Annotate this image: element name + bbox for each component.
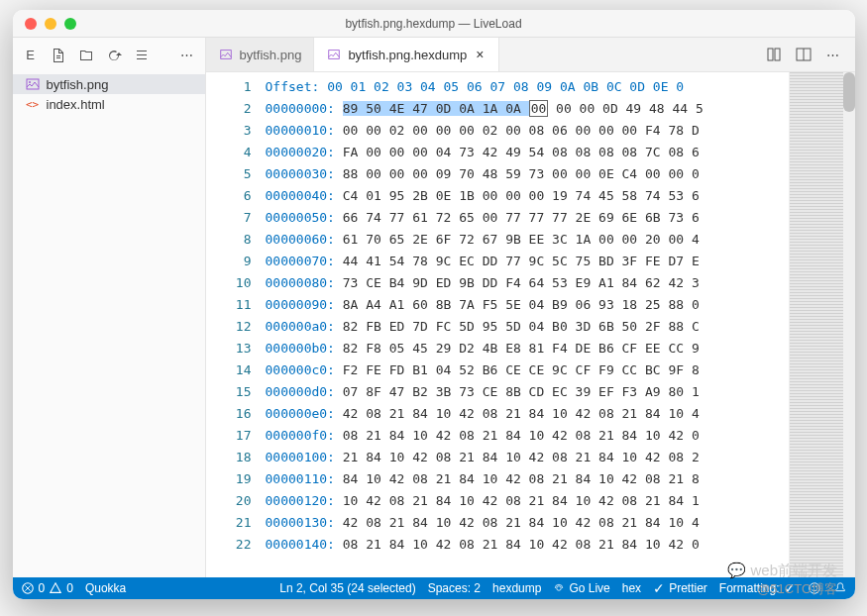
svg-rect-4 (768, 49, 773, 60)
svg-point-13 (812, 586, 813, 587)
new-folder-icon[interactable] (76, 46, 96, 65)
split-icon[interactable] (794, 45, 813, 64)
maximize-icon[interactable] (64, 18, 76, 30)
status-lang[interactable]: hexdump (492, 581, 541, 595)
collapse-icon[interactable] (132, 46, 152, 65)
svg-point-11 (557, 586, 562, 591)
status-bell-icon[interactable] (833, 581, 847, 595)
file-item[interactable]: bytfish.png (13, 74, 205, 94)
hex-row[interactable]: 000000d0: 07 8F 47 B2 3B 73 CE 8B CD EC … (266, 381, 789, 403)
close-icon[interactable] (25, 18, 37, 30)
file-icon (326, 47, 342, 62)
hex-row[interactable]: 00000020: FA 00 00 00 04 73 42 49 54 08 … (266, 142, 789, 163)
status-mode[interactable]: hex (622, 581, 641, 595)
editor-tab[interactable]: bytfish.png (206, 38, 315, 71)
hex-row[interactable]: 00000010: 00 00 02 00 00 00 02 00 08 06 … (266, 120, 789, 142)
traffic-lights (25, 18, 76, 30)
tabs-actions: ⋯ (752, 38, 855, 71)
tab-more-icon[interactable]: ⋯ (823, 45, 843, 64)
main-area: E ⋯ bytfish.png<>index.html (13, 38, 855, 577)
hex-row[interactable]: 00000090: 8A A4 A1 60 8B 7A F5 5E 04 B9 … (266, 294, 789, 316)
hex-row[interactable]: 000000c0: F2 FE FD B1 04 52 B6 CE CE 9C … (266, 359, 789, 381)
hex-row[interactable]: 000000e0: 42 08 21 84 10 42 08 21 84 10 … (266, 403, 789, 425)
hex-row[interactable]: 00000030: 88 00 00 00 09 70 48 59 73 00 … (266, 163, 789, 185)
explorer-sidebar: E ⋯ bytfish.png<>index.html (13, 38, 206, 577)
vertical-scrollbar[interactable] (843, 72, 855, 577)
hex-row[interactable]: 00000120: 10 42 08 21 84 10 42 08 21 84 … (266, 490, 789, 512)
status-problems[interactable]: 0 0 (21, 581, 73, 595)
explorer-label-icon: E (21, 46, 41, 65)
sidebar-toolbar: E ⋯ (13, 38, 205, 72)
hex-row[interactable]: 00000140: 08 21 84 10 42 08 21 84 10 42 … (266, 534, 789, 556)
tabs-bar: bytfish.pngbytfish.png.hexdump× ⋯ (206, 38, 855, 72)
more-icon[interactable]: ⋯ (177, 46, 197, 65)
svg-point-12 (809, 583, 819, 594)
hex-row[interactable]: 00000100: 21 84 10 42 08 21 84 10 42 08 … (266, 447, 789, 468)
file-label: index.html (47, 97, 105, 112)
hex-row[interactable]: 00000080: 73 CE B4 9D ED 9B DD F4 64 53 … (266, 272, 789, 294)
status-formatting[interactable]: Formatting:✓ (719, 580, 796, 596)
refresh-icon[interactable] (104, 46, 124, 65)
hex-row[interactable]: 00000000: 89 50 4E 47 0D 0A 1A 0A 00 00 … (266, 98, 789, 120)
hex-row[interactable]: 00000050: 66 74 77 61 72 65 00 77 77 77 … (266, 207, 789, 229)
svg-rect-5 (775, 49, 780, 60)
file-list: bytfish.png<>index.html (13, 72, 205, 577)
editor-tab[interactable]: bytfish.png.hexdump× (314, 38, 499, 71)
hex-row[interactable]: 00000110: 84 10 42 08 21 84 10 42 08 21 … (266, 468, 789, 490)
hex-editor[interactable]: 12345678910111213141516171819202122 Offs… (206, 72, 855, 577)
status-quokka[interactable]: Quokka (85, 581, 126, 595)
hex-row[interactable]: 00000060: 61 70 65 2E 6F 72 67 9B EE 3C … (266, 229, 789, 251)
status-bar: 0 0 Quokka Ln 2, Col 35 (24 selected) Sp… (13, 577, 855, 599)
line-gutter: 12345678910111213141516171819202122 (206, 72, 266, 577)
hex-row[interactable]: 00000130: 42 08 21 84 10 42 08 21 84 10 … (266, 512, 789, 534)
image-icon (25, 76, 41, 92)
status-spaces[interactable]: Spaces: 2 (428, 581, 481, 595)
hex-row[interactable]: 000000b0: 82 F8 05 45 29 D2 4B E8 81 F4 … (266, 338, 789, 359)
hex-row[interactable]: 000000a0: 82 FB ED 7D FC 5D 95 5D 04 B0 … (266, 316, 789, 338)
svg-point-1 (29, 81, 31, 83)
minimap[interactable] (789, 72, 843, 577)
status-cursor[interactable]: Ln 2, Col 35 (24 selected) (279, 581, 415, 595)
status-feedback-icon[interactable] (808, 581, 821, 595)
file-item[interactable]: <>index.html (13, 94, 205, 114)
window-title: bytfish.png.hexdump — LiveLoad (345, 17, 521, 31)
hex-row[interactable]: 00000040: C4 01 95 2B 0E 1B 00 00 00 19 … (266, 185, 789, 207)
scroll-thumb[interactable] (843, 72, 855, 112)
close-icon[interactable]: × (473, 48, 487, 61)
image-icon (218, 47, 234, 62)
hex-content[interactable]: Offset: 00 01 02 03 04 05 06 07 08 09 0A… (266, 72, 789, 577)
hex-row[interactable]: 00000070: 44 41 54 78 9C EC DD 77 9C 5C … (266, 251, 789, 272)
html-icon: <> (25, 96, 41, 112)
new-file-icon[interactable] (49, 46, 68, 65)
file-label: bytfish.png (47, 77, 109, 92)
titlebar[interactable]: bytfish.png.hexdump — LiveLoad (13, 10, 855, 38)
minimize-icon[interactable] (45, 18, 56, 30)
compare-icon[interactable] (764, 45, 784, 64)
editor-area: bytfish.pngbytfish.png.hexdump× ⋯ 123456… (206, 38, 855, 577)
status-golive[interactable]: Go Live (553, 581, 609, 595)
hex-row[interactable]: 000000f0: 08 21 84 10 42 08 21 84 10 42 … (266, 425, 789, 447)
status-prettier[interactable]: ✓Prettier (653, 580, 707, 596)
vscode-window: bytfish.png.hexdump — LiveLoad E ⋯ (13, 10, 855, 599)
svg-point-14 (815, 586, 816, 587)
